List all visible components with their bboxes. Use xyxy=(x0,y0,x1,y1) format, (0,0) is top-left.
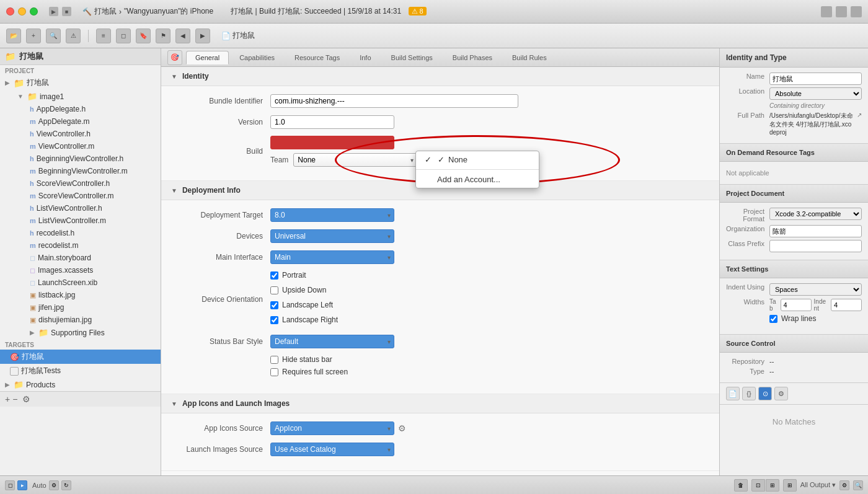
sidebar-item-project[interactable]: ▶ 📁 打地鼠 xyxy=(0,76,161,90)
add-tab-button[interactable]: + xyxy=(26,29,41,43)
requires-fullscreen-checkbox[interactable] xyxy=(270,368,278,376)
nav-icon[interactable] xyxy=(821,6,832,17)
organization-input[interactable] xyxy=(769,225,862,237)
sidebar-item-beginningviewcontroller-m[interactable]: m BeginningViewController.m xyxy=(0,165,161,177)
sidebar-item-beginningviewcontroller-h[interactable]: h BeginningViewController.h xyxy=(0,152,161,165)
settings-gear-icon[interactable]: ⚙ xyxy=(398,423,406,433)
project-format-select[interactable]: Xcode 3.2-compatible xyxy=(769,208,862,220)
status-bar-select[interactable]: Default xyxy=(270,335,394,348)
console-clear-button[interactable]: 🗑 xyxy=(734,479,748,492)
dropdown-item-add-account[interactable]: Add an Account... xyxy=(416,171,539,188)
output-settings-icon[interactable]: ⚙ xyxy=(839,480,849,490)
warning-button[interactable]: ⚠ xyxy=(66,29,81,43)
sidebar-target-main[interactable]: 🎯 打地鼠 xyxy=(0,350,161,364)
search-console-icon[interactable]: 🔍 xyxy=(853,480,863,490)
wrap-lines-checkbox-row[interactable]: Wrap lines xyxy=(769,314,862,323)
class-prefix-input[interactable] xyxy=(769,240,862,252)
minimize-button[interactable] xyxy=(18,7,26,15)
identity-inspector-button[interactable]: ⊙ xyxy=(758,387,772,400)
sidebar-item-products[interactable]: ▶ 📁 Products xyxy=(0,378,161,391)
app-icons-source-select[interactable]: AppIcon xyxy=(270,421,394,435)
sidebar-item-recodelist-h[interactable]: h recodelist.h xyxy=(0,227,161,239)
forward-button[interactable]: ▶ xyxy=(195,29,210,43)
close-button[interactable] xyxy=(6,7,14,15)
sidebar-item-recodelist-m[interactable]: m recodelist.m xyxy=(0,239,161,252)
sidebar-item-appdelegate-h[interactable]: h AppDelegate.h xyxy=(0,103,161,115)
sidebar-item-listviewcontroller-h[interactable]: h ListViewController.h xyxy=(0,202,161,214)
add-file-button[interactable]: + xyxy=(5,394,10,404)
sidebar-item-jifen-jpg[interactable]: ▣ jifen.jpg xyxy=(0,301,161,314)
sidebar-item-scoreviewcontroller-m[interactable]: m ScoreViewController.m xyxy=(0,190,161,202)
bookmark-button[interactable]: 🔖 xyxy=(136,29,151,43)
folder-open-button[interactable]: 📂 xyxy=(6,29,21,43)
landscape-right-checkbox[interactable] xyxy=(270,316,278,324)
landscape-left-checkbox[interactable] xyxy=(270,301,278,309)
identity-section-header[interactable]: ▼ Identity xyxy=(161,67,719,86)
version-input[interactable] xyxy=(270,115,394,129)
status-bar-icon3[interactable]: ⚙ xyxy=(49,480,59,490)
upside-down-checkbox-row[interactable]: Upside Down xyxy=(270,286,709,294)
sidebar-item-supporting-files[interactable]: ▶ 📁 Supporting Files xyxy=(0,326,161,339)
indent-number-input[interactable] xyxy=(831,299,862,311)
sidebar-item-listback-jpg[interactable]: ▣ listback.jpg xyxy=(0,289,161,301)
fullscreen-button[interactable] xyxy=(30,7,38,15)
requires-fullscreen-checkbox-row[interactable]: Requires full screen xyxy=(270,368,709,376)
list-view-button[interactable]: ≡ xyxy=(96,29,111,43)
split-view-button2[interactable]: ⊞ xyxy=(766,479,779,492)
split-view-button1[interactable]: ⊡ xyxy=(751,479,765,492)
sidebar-item-viewcontroller-m[interactable]: m ViewController.m xyxy=(0,140,161,152)
sidebar-item-image1[interactable]: ▼ 📁 image1 xyxy=(0,90,161,103)
back-button[interactable]: ◀ xyxy=(175,29,190,43)
sidebar-item-main-storyboard[interactable]: ◻ Main.storyboard xyxy=(0,252,161,264)
output-label[interactable]: All Output ▾ xyxy=(800,481,836,489)
main-interface-select[interactable]: Main xyxy=(270,250,394,264)
options-button[interactable]: ⚙ xyxy=(22,394,30,404)
warning-badge[interactable]: ⚠ 8 xyxy=(409,7,427,15)
bundle-identifier-input[interactable] xyxy=(270,94,518,108)
landscape-left-checkbox-row[interactable]: Landscape Left xyxy=(270,301,709,309)
play-button[interactable]: ▶ xyxy=(49,7,58,16)
wrap-lines-checkbox[interactable] xyxy=(769,315,777,323)
file-inspector-button[interactable]: 📄 xyxy=(726,387,740,400)
sidebar-item-images-xcassets[interactable]: ◻ Images.xcassets xyxy=(0,264,161,276)
tab-build-rules[interactable]: Build Rules xyxy=(503,51,556,64)
tab-general[interactable]: General xyxy=(186,51,229,64)
sidebar-item-viewcontroller-h[interactable]: h ViewController.h xyxy=(0,128,161,140)
remove-file-button[interactable]: − xyxy=(12,394,17,404)
flag-button[interactable]: ⚑ xyxy=(156,29,170,43)
dropdown-item-none[interactable]: ✓ None xyxy=(416,151,539,168)
sidebar-item-appdelegate-m[interactable]: m AppDelegate.m xyxy=(0,115,161,128)
tab-info[interactable]: Info xyxy=(350,51,380,64)
deployment-target-select[interactable]: 8.0 xyxy=(270,208,394,222)
team-select[interactable]: None Add an Account... xyxy=(293,153,417,167)
grid-view-button[interactable]: ⊞ xyxy=(783,479,797,492)
portrait-checkbox[interactable] xyxy=(270,271,278,280)
app-icons-section-header[interactable]: ▼ App Icons and Launch Images xyxy=(161,394,719,413)
build-input[interactable] xyxy=(270,136,394,149)
launch-images-select[interactable]: Use Asset Catalog xyxy=(270,443,394,456)
landscape-right-checkbox-row[interactable]: Landscape Right xyxy=(270,315,709,324)
name-input[interactable] xyxy=(769,73,862,85)
location-select[interactable]: Absolute xyxy=(769,87,862,100)
hide-status-checkbox[interactable] xyxy=(270,356,278,364)
status-bar-icon2[interactable]: ▸ xyxy=(17,480,27,490)
portrait-checkbox-row[interactable]: Portrait xyxy=(270,271,709,280)
quick-help-button[interactable]: {} xyxy=(742,387,756,400)
outline-button[interactable]: ◻ xyxy=(116,29,131,43)
sidebar-item-scoreviewcontroller-h[interactable]: h ScoreViewController.h xyxy=(0,177,161,190)
tab-input[interactable] xyxy=(781,299,812,311)
layout-icon[interactable] xyxy=(836,6,847,17)
status-bar-icon4[interactable]: ↻ xyxy=(61,480,71,490)
indent-using-select[interactable]: Spaces Tabs xyxy=(769,283,862,296)
tab-build-settings[interactable]: Build Settings xyxy=(382,51,442,64)
sidebar-item-listviewcontroller-m[interactable]: m ListViewController.m xyxy=(0,214,161,227)
sidebar-item-tests[interactable]: 打地鼠Tests xyxy=(0,364,161,378)
status-bar-icon1[interactable]: ◻ xyxy=(5,480,15,490)
attributes-inspector-button[interactable]: ⚙ xyxy=(774,387,788,400)
sidebar-item-dishujiemian-jpg[interactable]: ▣ dishujiemian.jpg xyxy=(0,314,161,326)
split-icon[interactable] xyxy=(851,6,862,17)
upside-down-checkbox[interactable] xyxy=(270,286,278,294)
tab-build-phases[interactable]: Build Phases xyxy=(443,51,502,64)
tab-resource-tags[interactable]: Resource Tags xyxy=(285,51,349,64)
tab-capabilities[interactable]: Capabilities xyxy=(230,51,284,64)
